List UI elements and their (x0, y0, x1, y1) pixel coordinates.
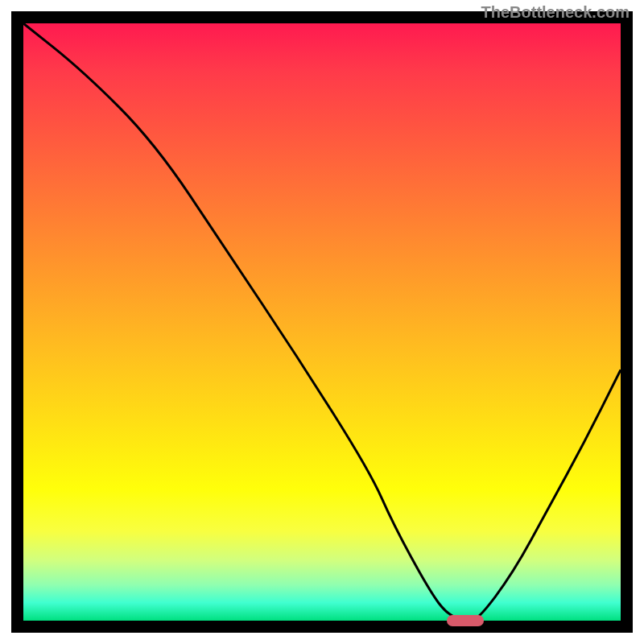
watermark-text: TheBottleneck.com (481, 3, 630, 22)
chart-frame-right (621, 11, 633, 633)
chart-frame-left (11, 11, 23, 633)
bottleneck-curve (23, 23, 621, 621)
optimum-marker (447, 615, 484, 626)
chart-container (0, 0, 644, 644)
chart-frame-bottom (11, 621, 633, 633)
